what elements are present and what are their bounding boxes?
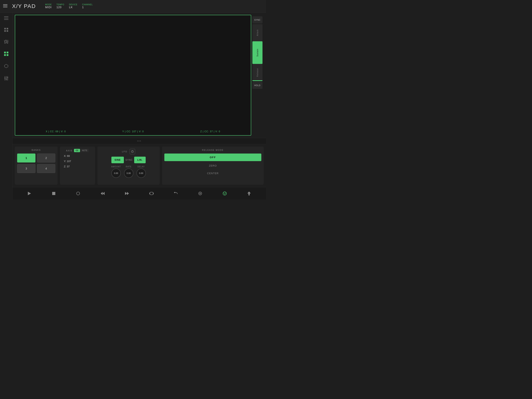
release-center-button[interactable]: CENTER (164, 170, 261, 176)
xy-pad[interactable]: X | CC: 69 | V: 0 Y | CC: 107 | V: 0 Z |… (15, 15, 251, 135)
sidebar-item-list[interactable] (3, 15, 10, 22)
sidebar-item-mixer[interactable] (3, 38, 10, 46)
svg-point-41 (223, 192, 227, 195)
svg-rect-8 (4, 30, 6, 32)
banks-section: BANKS 1 2 3 4 (15, 147, 58, 185)
banks-title: BANKS (32, 149, 41, 151)
transport-bar: M (13, 187, 266, 200)
release-block[interactable]: Release (252, 64, 262, 81)
xy-area: X | CC: 69 | V: 0 Y | CC: 107 | V: 0 Z |… (13, 13, 266, 138)
svg-point-42 (223, 193, 224, 193)
delay-knob[interactable]: 0.00 (137, 168, 146, 178)
rate-knob[interactable]: 0.00 (124, 168, 133, 178)
svg-marker-29 (28, 192, 31, 195)
sustain-label: Sustain (256, 49, 259, 57)
mode-label: MODE (45, 4, 52, 6)
sidebar-item-shape[interactable] (3, 62, 10, 71)
amount-knob[interactable]: 0.00 (111, 168, 121, 178)
note-button[interactable]: NOTE (80, 149, 89, 152)
release-label: Release (256, 68, 259, 77)
stop-button[interactable] (50, 190, 58, 197)
axis-z-value: Z: 37 (64, 165, 93, 168)
release-zero-button[interactable]: ZERO (164, 163, 261, 169)
adsr-sidebar: SYNC Attack Sustain Release HOLD (251, 15, 264, 135)
sidebar-item-grid[interactable] (3, 26, 10, 34)
header: X/Y PAD MODE MIDI TEMPO 120 DEVICE LK CH… (0, 0, 266, 13)
svg-text:M: M (199, 193, 201, 195)
release-options: OFF ZERO CENTER (164, 154, 261, 176)
svg-rect-26 (7, 77, 8, 78)
svg-rect-4 (4, 18, 8, 19)
svg-point-44 (224, 194, 225, 195)
svg-rect-0 (3, 4, 7, 5)
svg-marker-45 (247, 192, 251, 195)
lfo-sine-button[interactable]: SINE (111, 157, 124, 163)
tempo-label: TEMPO (57, 4, 64, 6)
bank-button-3[interactable]: 3 (17, 164, 35, 173)
svg-marker-34 (125, 192, 127, 195)
menu-icon[interactable] (3, 4, 7, 8)
bank-button-1[interactable]: 1 (17, 154, 35, 162)
hold-button[interactable]: HOLD (252, 82, 262, 89)
svg-rect-7 (7, 28, 8, 29)
device-label: DEVICE (69, 4, 77, 6)
xy-pad-coords: X | CC: 69 | V: 0 Y | CC: 107 | V: 0 Z |… (18, 130, 248, 133)
svg-rect-6 (4, 28, 6, 29)
bank-button-2[interactable]: 2 (37, 154, 55, 162)
axis-title: AXIS (66, 149, 72, 152)
lfo-rate-param: RATE 0.00 (124, 166, 133, 178)
svg-rect-19 (7, 54, 8, 56)
cc-note-toggle: CC NOTE (74, 149, 89, 152)
bottom-panel: BANKS 1 2 3 4 AXIS CC NOTE (13, 144, 266, 187)
content-area: X | CC: 69 | V: 0 Y | CC: 107 | V: 0 Z |… (13, 13, 266, 200)
lfo-title: LFO (122, 150, 127, 153)
attack-block[interactable]: Attack (252, 24, 262, 41)
record-button[interactable] (74, 190, 82, 197)
svg-rect-1 (3, 6, 7, 6)
lfo-delay-param: DELAY 0.00 (137, 166, 146, 178)
lfo-amount-param: AMOUNT 0.00 (111, 166, 121, 178)
svg-rect-18 (4, 54, 6, 56)
svg-rect-24 (4, 78, 6, 78)
rate-label: RATE (126, 166, 132, 168)
attack-section: Attack (252, 24, 262, 41)
release-mode-section: RELEASE MODE OFF ZERO CENTER (162, 147, 264, 185)
axis-section: AXIS CC NOTE X: 69 Y: 107 Z: 37 (60, 147, 95, 185)
delay-label: DELAY (138, 166, 145, 168)
sidebar (0, 13, 13, 200)
svg-point-43 (225, 193, 226, 193)
device-param: DEVICE LK (69, 4, 77, 9)
attack-label: Attack (256, 29, 259, 36)
lfo-power-button[interactable] (130, 149, 135, 154)
forward-button[interactable] (123, 190, 131, 197)
main-layout: X | CC: 69 | V: 0 Y | CC: 107 | V: 0 Z |… (0, 13, 266, 200)
sidebar-item-pad[interactable] (3, 50, 10, 58)
channel-value: 1 (82, 6, 84, 9)
bank-button-4[interactable]: 4 (37, 164, 55, 173)
undo-button[interactable] (172, 190, 180, 197)
sync-button[interactable]: SYNC (252, 16, 262, 23)
lfo-lin-button[interactable]: LIN. (134, 157, 146, 163)
tempo-value: 120 (57, 6, 62, 9)
svg-marker-35 (127, 192, 129, 195)
channel-label: CHANNEL (82, 4, 93, 6)
cc-button[interactable]: CC (74, 149, 80, 152)
svg-rect-16 (4, 52, 6, 53)
divider-area: == (13, 138, 266, 144)
rewind-button[interactable] (99, 190, 107, 197)
lfo-header: LFO (122, 149, 135, 154)
play-button[interactable] (25, 190, 33, 197)
sustain-block[interactable]: Sustain (252, 41, 262, 64)
loop-button[interactable] (148, 190, 155, 197)
sidebar-item-faders[interactable] (3, 75, 10, 83)
upload-button[interactable] (245, 190, 253, 197)
banks-grid: 1 2 3 4 (17, 154, 55, 173)
amount-label: AMOUNT (111, 166, 121, 168)
palette-button[interactable] (221, 190, 229, 197)
svg-rect-30 (52, 192, 55, 195)
release-off-button[interactable]: OFF (164, 154, 261, 161)
svg-rect-17 (7, 52, 8, 53)
metronome-button[interactable]: M (196, 190, 204, 197)
svg-point-13 (4, 40, 6, 41)
mode-value: MIDI (45, 6, 52, 9)
